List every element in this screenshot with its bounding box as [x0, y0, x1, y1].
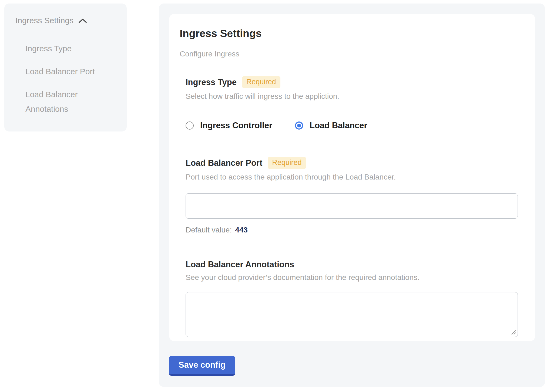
ingress-type-radio-group: Ingress Controller Load Balancer: [186, 121, 518, 130]
ingress-type-description: Select how traffic will ingress to the a…: [186, 92, 518, 101]
load-balancer-annotations-textarea[interactable]: [186, 292, 518, 337]
load-balancer-port-description: Port used to access the application thro…: [186, 173, 518, 181]
radio-option-ingress-controller[interactable]: Ingress Controller: [186, 121, 272, 130]
default-value: 443: [235, 226, 248, 234]
radio-option-load-balancer[interactable]: Load Balancer: [295, 121, 367, 130]
resize-handle-icon[interactable]: [510, 329, 517, 335]
load-balancer-annotations-description: See your cloud provider’s documentation …: [186, 273, 518, 282]
sidebar: Ingress Settings Ingress Type Load Balan…: [4, 4, 127, 131]
settings-card: Ingress Settings Configure Ingress Ingre…: [169, 14, 535, 341]
sidebar-item-load-balancer-annotations[interactable]: Load Balancer Annotations: [25, 87, 106, 116]
page-title: Ingress Settings: [180, 28, 518, 39]
load-balancer-port-required-badge: Required: [268, 157, 306, 169]
section-load-balancer-annotations: Load Balancer Annotations See your cloud…: [186, 260, 518, 337]
section-load-balancer-port: Load Balancer Port Required Port used to…: [186, 157, 518, 234]
section-ingress-type: Ingress Type Required Select how traffic…: [186, 76, 518, 130]
radio-selected-icon[interactable]: [295, 121, 303, 130]
chevron-up-icon: [78, 18, 87, 23]
sidebar-section-label: Ingress Settings: [15, 16, 73, 25]
ingress-type-header: Ingress Type Required: [186, 76, 518, 88]
load-balancer-port-label: Load Balancer Port: [186, 158, 262, 168]
radio-label-ingress-controller: Ingress Controller: [200, 121, 272, 130]
load-balancer-port-header: Load Balancer Port Required: [186, 157, 518, 169]
load-balancer-annotations-header: Load Balancer Annotations: [186, 260, 518, 269]
sidebar-nav: Ingress Type Load Balancer Port Load Bal…: [15, 41, 119, 116]
sidebar-item-ingress-type[interactable]: Ingress Type: [25, 41, 106, 56]
radio-unselected-icon[interactable]: [186, 121, 194, 130]
radio-label-load-balancer: Load Balancer: [310, 121, 367, 130]
ingress-type-label: Ingress Type: [186, 77, 237, 87]
load-balancer-annotations-label: Load Balancer Annotations: [186, 260, 294, 269]
page-subtitle: Configure Ingress: [180, 50, 518, 58]
save-config-button[interactable]: Save config: [169, 356, 235, 376]
ingress-type-required-badge: Required: [242, 76, 280, 88]
default-value-row: Default value:443: [186, 226, 518, 234]
sidebar-item-load-balancer-port[interactable]: Load Balancer Port: [25, 64, 106, 79]
settings-panel: Ingress Settings Configure Ingress Ingre…: [159, 4, 545, 387]
sidebar-section-ingress-settings[interactable]: Ingress Settings: [15, 16, 87, 25]
default-value-label: Default value:: [186, 226, 232, 234]
annotations-textarea-wrap: [186, 292, 518, 337]
load-balancer-port-input[interactable]: [186, 193, 518, 219]
form-sections: Ingress Type Required Select how traffic…: [186, 76, 518, 337]
